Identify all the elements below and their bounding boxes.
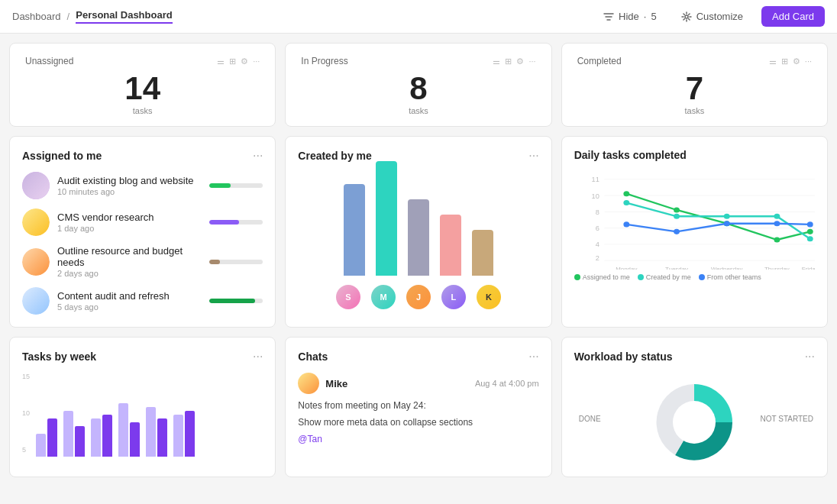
workload-card: Workload by status ··· DONE NOT ST bbox=[561, 337, 828, 477]
other-line bbox=[626, 224, 810, 232]
other-point-2 bbox=[723, 221, 729, 226]
week-y-5: 5 bbox=[22, 446, 30, 454]
chat-time-0: Aug 4 at 4:00 pm bbox=[475, 379, 539, 388]
other-point-4 bbox=[806, 221, 813, 227]
avatar-1 bbox=[22, 208, 50, 236]
other-point-3 bbox=[774, 221, 780, 226]
workload-chart: DONE NOT STARTED bbox=[574, 373, 815, 464]
expand-icon-3[interactable]: ⊞ bbox=[781, 57, 788, 66]
created-by-me-title: Created by me bbox=[298, 150, 371, 162]
expand-icon[interactable]: ⊞ bbox=[229, 57, 236, 66]
stat-label-inprogress: In Progress bbox=[301, 56, 347, 66]
svg-point-0 bbox=[685, 15, 688, 18]
chat-avatar-0 bbox=[298, 373, 319, 394]
task-progress-3 bbox=[209, 299, 263, 303]
expand-icon-2[interactable]: ⊞ bbox=[505, 57, 512, 66]
legend-other: From other teams bbox=[699, 273, 761, 281]
legend-label-assigned: Assigned to me bbox=[583, 273, 630, 281]
bar-group-1 bbox=[376, 161, 397, 276]
customize-button[interactable]: Customize bbox=[675, 8, 749, 25]
chats-card: Chats ··· Mike Aug 4 at 4:00 pm Notes fr… bbox=[285, 337, 551, 477]
task-time-3: 5 days ago bbox=[57, 302, 202, 312]
stat-unit-completed: tasks bbox=[577, 106, 812, 115]
week-bar-light-3 bbox=[118, 403, 128, 457]
week-y-15: 15 bbox=[22, 373, 30, 380]
bar-group-0 bbox=[344, 184, 365, 276]
created-point-1 bbox=[674, 214, 680, 219]
more-icon-2[interactable]: ··· bbox=[528, 57, 535, 66]
header-actions: Hide · 5 Customize Add Card bbox=[597, 6, 825, 27]
created-avatar-row: S M J L K bbox=[336, 285, 501, 309]
pie-chart-svg bbox=[633, 373, 755, 464]
week-bar-light-1 bbox=[63, 411, 73, 457]
avatar-0 bbox=[22, 172, 50, 199]
week-bar-dark-4 bbox=[157, 418, 167, 457]
week-bar-light-2 bbox=[91, 418, 101, 457]
customize-label: Customize bbox=[696, 11, 743, 22]
hide-button[interactable]: Hide · 5 bbox=[597, 8, 663, 25]
settings-icon-2[interactable]: ⚙ bbox=[516, 57, 524, 66]
task-info-3: Content audit and refresh 5 days ago bbox=[57, 290, 202, 312]
stat-number-unassigned: 14 bbox=[25, 73, 260, 105]
bar-1 bbox=[376, 161, 397, 276]
week-bars bbox=[36, 373, 195, 457]
task-time-1: 1 day ago bbox=[57, 224, 202, 233]
task-name-3: Content audit and refresh bbox=[57, 290, 202, 302]
filter-icon-2[interactable]: ⚌ bbox=[493, 57, 500, 66]
settings-icon-3[interactable]: ⚙ bbox=[793, 57, 800, 66]
stat-card-inprogress: In Progress ⚌ ⊞ ⚙ ··· 8 tasks bbox=[285, 43, 551, 127]
chat-header-0: Mike Aug 4 at 4:00 pm bbox=[298, 373, 538, 394]
chat-mention-text[interactable]: @Tan bbox=[298, 434, 322, 444]
created-avatar-3: L bbox=[441, 285, 466, 309]
chart-legend: Assigned to me Created by me From other … bbox=[574, 273, 815, 281]
assigned-point-3 bbox=[774, 237, 780, 242]
week-chart-area: 15 10 5 bbox=[22, 373, 263, 457]
assigned-point-4 bbox=[806, 229, 813, 234]
week-y-10: 10 bbox=[22, 409, 30, 417]
bar-group-2 bbox=[408, 199, 429, 276]
tasks-by-week-title: Tasks by week bbox=[22, 351, 96, 363]
assigned-more-button[interactable]: ··· bbox=[253, 149, 263, 163]
workload-not-started-label: NOT STARTED bbox=[761, 415, 813, 423]
add-card-button[interactable]: Add Card bbox=[761, 6, 825, 27]
task-info-0: Audit existing blog and website 10 minut… bbox=[57, 175, 202, 196]
daily-tasks-title: Daily tasks completed bbox=[574, 149, 687, 161]
settings-icon[interactable]: ⚙ bbox=[241, 57, 248, 66]
task-progress-0 bbox=[209, 183, 263, 188]
task-progress-2 bbox=[209, 260, 263, 264]
daily-tasks-chart: 11 10 8 6 4 2 Monday Tuesday Wednesday T… bbox=[574, 170, 815, 292]
created-more-button[interactable]: ··· bbox=[528, 149, 538, 163]
legend-label-created: Created by me bbox=[646, 273, 691, 281]
daily-tasks-card: Daily tasks completed 11 10 8 6 4 bbox=[561, 136, 828, 328]
svg-text:2: 2 bbox=[595, 255, 599, 262]
tasks-week-more-button[interactable]: ··· bbox=[253, 350, 263, 363]
stat-number-completed: 7 bbox=[577, 73, 812, 105]
stat-unit-inprogress: tasks bbox=[301, 106, 535, 115]
filter-icon-3[interactable]: ⚌ bbox=[769, 57, 777, 66]
chat-message-line2: Show more meta data on collapse sections bbox=[298, 417, 473, 428]
pie-donut-hole bbox=[673, 401, 716, 444]
legend-label-other: From other teams bbox=[707, 273, 761, 281]
more-icon-3[interactable]: ··· bbox=[805, 57, 812, 66]
workload-more-button[interactable]: ··· bbox=[805, 350, 815, 363]
week-bar-light-5 bbox=[173, 415, 183, 457]
chats-more-button[interactable]: ··· bbox=[528, 350, 538, 363]
bar-group-3 bbox=[440, 215, 461, 276]
week-bar-dark-1 bbox=[75, 426, 85, 457]
legend-created: Created by me bbox=[638, 273, 691, 281]
svg-text:6: 6 bbox=[595, 225, 599, 232]
week-y-labels: 15 10 5 bbox=[22, 373, 30, 457]
week-bar-dark-3 bbox=[130, 422, 140, 457]
task-info-2: Outline resource and budget needs 2 days… bbox=[57, 245, 202, 278]
svg-text:Tuesday: Tuesday bbox=[665, 267, 688, 270]
more-icon[interactable]: ··· bbox=[253, 57, 260, 66]
filter-icon[interactable]: ⚌ bbox=[217, 57, 225, 66]
chat-name-0: Mike bbox=[325, 378, 347, 389]
stat-card-completed: Completed ⚌ ⊞ ⚙ ··· 7 tasks bbox=[561, 43, 828, 127]
created-by-me-card: Created by me ··· bbox=[285, 136, 551, 328]
stat-number-inprogress: 8 bbox=[301, 73, 535, 105]
task-time-2: 2 days ago bbox=[57, 269, 202, 278]
hide-count: 5 bbox=[651, 11, 656, 22]
legend-dot-created bbox=[638, 274, 644, 280]
task-name-0: Audit existing blog and website bbox=[57, 175, 202, 186]
